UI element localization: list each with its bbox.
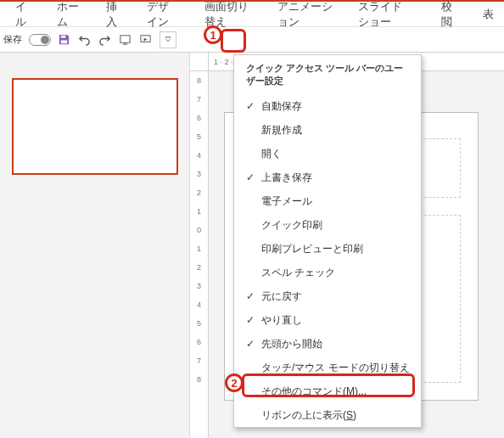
slide-thumbnail-pane — [0, 53, 190, 438]
autosave-toggle[interactable] — [29, 34, 51, 46]
ribbon-tab-view[interactable]: 表 — [473, 2, 504, 27]
menu-item-from-beginning[interactable]: ✓先頭から開始 — [234, 332, 421, 356]
qat-customize-menu: クイック アクセス ツール バーのユーザー設定 ✓自動保存 新規作成 開く ✓上… — [233, 54, 422, 428]
callout-box-1 — [221, 29, 246, 53]
ribbon-tab-file[interactable]: イル — [5, 0, 42, 35]
presenter-icon[interactable] — [137, 32, 153, 48]
autosave-label: 保存 — [3, 33, 22, 46]
ribbon-tab-design[interactable]: デザイン — [137, 0, 188, 35]
menu-item-show-above-ribbon[interactable]: リボンの上に表示(S) — [234, 403, 421, 427]
svg-rect-1 — [60, 40, 67, 43]
menu-item-undo[interactable]: ✓元に戻す — [234, 284, 421, 308]
ruler-corner — [190, 53, 209, 71]
ribbon-tab-review[interactable]: 校閲 — [431, 0, 468, 35]
menu-item-save[interactable]: ✓上書き保存 — [234, 166, 421, 189]
slideshow-icon[interactable] — [117, 32, 132, 48]
ribbon-tab-animations[interactable]: アニメーション — [267, 0, 343, 35]
qat-customize-button[interactable] — [160, 31, 176, 48]
callout-box-2 — [242, 373, 415, 397]
svg-rect-2 — [120, 36, 129, 42]
redo-icon[interactable] — [97, 32, 112, 48]
callout-1: 1 — [204, 25, 222, 44]
svg-rect-0 — [60, 36, 65, 38]
undo-icon[interactable] — [76, 32, 92, 48]
menu-item-redo[interactable]: ✓やり直し — [234, 308, 421, 332]
menu-item-new[interactable]: 新規作成 — [234, 118, 421, 142]
ribbon-tab-slideshow[interactable]: スライド ショー — [348, 0, 426, 35]
ruler-vertical: 8 7 6 5 4 3 2 1 0 1 2 3 4 5 6 7 8 — [190, 71, 209, 438]
ribbon-tab-home[interactable]: ホーム — [47, 0, 91, 35]
menu-item-quickprint[interactable]: クイック印刷 — [234, 213, 421, 237]
menu-item-spellcheck[interactable]: スペル チェック — [234, 261, 421, 284]
menu-item-autosave[interactable]: ✓自動保存 — [234, 94, 421, 118]
menu-item-email[interactable]: 電子メール — [234, 189, 421, 213]
menu-title: クイック アクセス ツール バーのユーザー設定 — [234, 55, 421, 94]
callout-2: 2 — [225, 373, 244, 392]
menu-item-printpreview[interactable]: 印刷プレビューと印刷 — [234, 237, 421, 261]
ribbon-tab-insert[interactable]: 挿入 — [96, 0, 132, 35]
ribbon-tabs: イル ホーム 挿入 デザイン 画面切り替え アニメーション スライド ショー 校… — [0, 2, 504, 27]
save-icon[interactable] — [56, 32, 71, 48]
slide-thumbnail-1[interactable] — [12, 78, 178, 175]
menu-item-open[interactable]: 開く — [234, 142, 421, 166]
